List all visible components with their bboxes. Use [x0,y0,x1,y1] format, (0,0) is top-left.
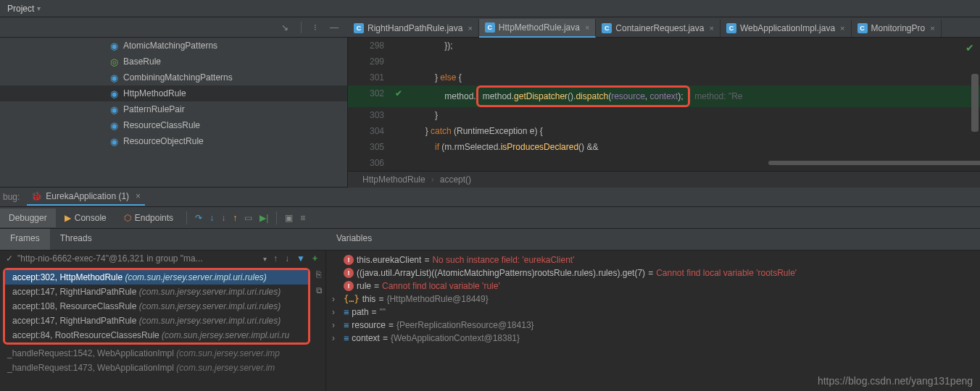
stack-frame[interactable]: accept:108, ResourceClassRule (com.sun.j… [5,299,308,314]
debug-run-tab[interactable]: 🐞 EurekaApplication (1) × [27,188,145,206]
expand-icon[interactable]: › [332,320,341,330]
class-icon: ◉ [109,120,119,130]
thread-selector[interactable]: "http-nio-6662-exec-74"@16,321 in group … [17,253,259,264]
line-number: 305 [348,139,391,155]
field-icon: ≡ [344,320,349,330]
abstract-class-icon: ◎ [109,56,119,67]
project-label: Project [7,4,34,14]
close-icon[interactable]: × [709,24,713,33]
check-icon: ✔ [966,42,974,54]
variable-row[interactable]: ›≡path = "" [326,306,980,319]
close-icon[interactable]: × [585,23,589,32]
java-file-icon: C [858,23,868,33]
variable-row[interactable]: ›{…}this = {HttpMethodRule@18449} [326,293,980,306]
expand-icon[interactable]: › [332,294,341,304]
close-icon[interactable]: × [468,24,472,33]
class-icon: ◉ [109,72,119,83]
object-icon: {…} [344,294,360,304]
tree-item-patternrulepair[interactable]: ◉PatternRulePair [0,101,347,117]
watermark: https://blog.csdn.net/yang131peng [818,375,973,387]
tab-monitoringpro[interactable]: CMonitoringPro× [852,20,942,37]
project-tree: ◉AtomicMatchingPatterns ◎BaseRule ◉Combi… [0,38,348,187]
tab-containerrequest[interactable]: CContainerRequest.java× [596,20,721,37]
tree-item-httpmethodrule[interactable]: ◉HttpMethodRule [0,85,347,101]
debugger-tab[interactable]: Debugger [0,209,56,227]
line-number: 298 [348,38,391,54]
settings-icon[interactable]: ⁝ [310,22,320,33]
close-icon[interactable]: × [930,24,934,33]
chevron-right-icon: › [431,175,434,185]
bug-icon: 🐞 [31,191,42,201]
evaluate-icon[interactable]: ▣ [281,213,296,223]
stack-frame[interactable]: accept:84, RootResourceClassesRule (com.… [5,328,308,342]
expand-icon[interactable]: › [332,307,341,317]
threads-tab[interactable]: Threads [50,229,102,250]
line-number: 301 [348,70,391,85]
add-icon[interactable]: + [310,253,320,264]
endpoints-tab[interactable]: ⬡Endpoints [115,209,182,227]
stack-frame[interactable]: _handleRequest:1542, WebApplicationImpl … [0,346,313,361]
step-into-icon[interactable]: ↓ [206,213,217,223]
divider [301,22,302,33]
highlighted-expression: method.getDispatcher().dispatch(resource… [476,85,690,107]
breakpoint-hit-icon: ✔ [391,85,406,107]
step-out-icon[interactable]: ↑ [229,213,241,223]
tab-httpmethodrule[interactable]: CHttpMethodRule.java× [479,19,597,38]
console-tab[interactable]: ▶Console [56,209,115,227]
vertical-scrollbar[interactable] [971,74,979,132]
run-to-cursor-icon[interactable]: ▶| [256,213,272,223]
tree-item-combiningmatchingpatterns[interactable]: ◉CombiningMatchingPatterns [0,70,347,85]
tree-item-resourceclassrule[interactable]: ◉ResourceClassRule [0,117,347,133]
project-selector[interactable]: Project ▾ [0,4,48,14]
debug-label: bug: [3,192,20,202]
line-number: 299 [348,54,391,70]
step-over-icon[interactable]: ↷ [191,213,206,223]
line-number: 304 [348,123,391,139]
minimize-icon[interactable]: — [326,22,342,33]
drop-frame-icon[interactable]: ▭ [241,213,256,223]
tree-item-atomicmatchingpatterns[interactable]: ◉AtomicMatchingPatterns [0,38,347,54]
variable-row[interactable]: ›≡resource = {PeerReplicationResource@18… [326,319,980,332]
field-icon: ≡ [344,333,349,343]
tree-item-resourceobjectrule[interactable]: ◉ResourceObjectRule [0,133,347,149]
force-step-into-icon[interactable]: ↓ [217,213,229,223]
trace-icon[interactable]: ≡ [296,213,309,223]
class-icon: ◉ [109,88,119,98]
filter-icon[interactable]: ▼ [294,253,307,264]
class-icon: ◉ [109,136,119,146]
stack-frame[interactable]: accept:302, HttpMethodRule (com.sun.jers… [5,270,308,285]
collapse-icon[interactable]: ↘ [278,22,292,33]
variable-row[interactable]: !this.eurekaClient = No such instance fi… [326,253,980,266]
close-icon[interactable]: × [136,191,141,201]
error-icon: ! [344,255,354,265]
tab-webapplicationimpl[interactable]: CWebApplicationImpl.java× [721,20,852,37]
close-icon[interactable]: × [840,24,844,33]
stack-frame[interactable]: accept:147, RightHandPathRule (com.sun.j… [5,314,308,328]
next-frame-icon[interactable]: ↓ [283,253,291,264]
frames-tab[interactable]: Frames [0,229,50,250]
divider [186,211,187,224]
tree-item-baserule[interactable]: ◎BaseRule [0,54,347,70]
breadcrumb-item[interactable]: HttpMethodRule [362,175,425,185]
expand-icon[interactable]: › [332,333,341,343]
code-editor[interactable]: ✔ 298 }); 299 301 } else { 302✔ method.m… [348,38,980,187]
copy-icon[interactable]: ⧉ [316,285,323,295]
previous-frame-icon[interactable]: ↑ [271,253,280,264]
console-icon: ▶ [65,213,71,223]
breadcrumb-item[interactable]: accept() [440,175,471,185]
class-icon: ◉ [109,104,119,114]
restore-icon[interactable]: ⎘ [316,269,323,279]
variables-panel: !this.eurekaClient = No such instance fi… [326,251,980,391]
variable-row[interactable]: !((java.util.ArrayList)((AtomicMatchingP… [326,266,980,279]
variables-label: Variables [326,229,382,250]
line-number: 302 [348,85,391,107]
stack-frame[interactable]: accept:147, RightHandPathRule (com.sun.j… [5,285,308,299]
variable-row[interactable]: ›≡context = {WebApplicationContext@18381… [326,332,980,345]
variable-row[interactable]: !rule = Cannot find local variable 'rule… [326,279,980,293]
java-file-icon: C [602,23,612,33]
tab-righthandpathrule[interactable]: CRightHandPathRule.java× [348,20,479,37]
horizontal-scrollbar[interactable] [768,161,980,165]
chevron-down-icon[interactable]: ▾ [263,255,267,263]
stack-frame[interactable]: _handleRequest:1473, WebApplicationImpl … [0,361,313,375]
java-file-icon: C [726,23,736,33]
